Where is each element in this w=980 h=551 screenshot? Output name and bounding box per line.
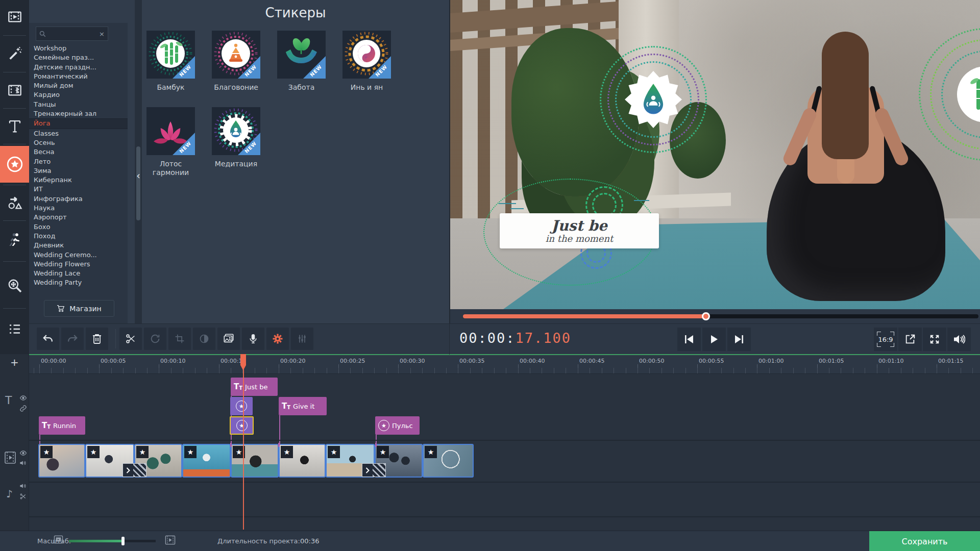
title-clip-puls[interactable]: ★ Пульс: [375, 416, 420, 435]
sidebar-item-transitions[interactable]: [0, 74, 29, 106]
zoom-in-frame-icon[interactable]: [165, 535, 176, 545]
play-button[interactable]: [702, 328, 726, 351]
video-track-visibility-icon[interactable]: [19, 450, 27, 456]
add-track-icon[interactable]: +: [10, 356, 19, 368]
sidebar-item-media[interactable]: [0, 1, 29, 33]
titles-track-visibility-icon[interactable]: [19, 395, 27, 401]
sticker-tile-lotus[interactable]: NEW: [146, 107, 195, 155]
category-item[interactable]: Лето: [29, 157, 128, 166]
category-item[interactable]: Аэропорт: [29, 213, 128, 222]
meditation-sticker-overlay[interactable]: [600, 46, 707, 153]
crop-button[interactable]: [168, 328, 191, 350]
seek-bar[interactable]: [463, 314, 978, 318]
category-item[interactable]: Дневник: [29, 241, 128, 250]
category-item[interactable]: Милый дом: [29, 81, 128, 90]
category-item[interactable]: Поход: [29, 232, 128, 241]
delete-button[interactable]: [86, 328, 108, 350]
sidebar-item-pan-zoom[interactable]: [0, 268, 29, 303]
sticker-clip[interactable]: ★: [230, 397, 253, 415]
category-item[interactable]: Весна: [29, 147, 128, 157]
category-item[interactable]: Зима: [29, 166, 128, 176]
volume-button[interactable]: [947, 328, 971, 351]
category-item[interactable]: Кардио: [29, 90, 128, 99]
category-item[interactable]: Wedding Ceremo...: [29, 251, 128, 260]
sticker-tile-care[interactable]: NEW: [277, 31, 326, 79]
sticker-clip-selected[interactable]: ★: [230, 416, 254, 435]
sidebar-item-titles[interactable]: [0, 110, 29, 142]
video-track-mute-icon[interactable]: [19, 460, 27, 466]
clip-star-badge: ★: [377, 446, 389, 458]
category-item[interactable]: Classes: [29, 129, 128, 138]
title-clip-just-be[interactable]: TT Just be: [231, 378, 278, 396]
ruler-label: 00:00:45: [579, 358, 604, 364]
category-scrollbar[interactable]: ‹: [135, 0, 142, 323]
previous-frame-button[interactable]: [677, 328, 701, 351]
category-item[interactable]: Бохо: [29, 222, 128, 232]
timeline-zoom-slider[interactable]: [69, 540, 156, 542]
split-button[interactable]: [119, 328, 142, 350]
category-item[interactable]: Wedding Flowers: [29, 260, 128, 269]
category-item[interactable]: Киберпанк: [29, 176, 128, 185]
settings-button[interactable]: [266, 328, 289, 350]
rotate-button[interactable]: [144, 328, 166, 350]
video-clip-yoga-meditation[interactable]: ★: [231, 444, 279, 478]
category-item[interactable]: Тренажерный зал: [29, 109, 128, 118]
sticker-tile-meditation[interactable]: NEW: [212, 107, 260, 155]
color-adjust-button[interactable]: [193, 328, 215, 350]
aspect-ratio-button[interactable]: 16:9: [874, 328, 897, 351]
undo-button[interactable]: [37, 328, 59, 350]
detach-player-button[interactable]: [898, 328, 922, 351]
time-ruler[interactable]: 00:00:00 00:00:05 00:00:10 00:00:15 00:0…: [29, 355, 980, 373]
transition-badge[interactable]: [122, 463, 146, 477]
zoom-slider-handle[interactable]: [121, 537, 125, 545]
sticker-tile-yin-yang[interactable]: NEW: [342, 31, 391, 79]
category-item[interactable]: Инфографика: [29, 194, 128, 204]
category-item[interactable]: Наука: [29, 204, 128, 213]
category-item[interactable]: Танцы: [29, 100, 128, 109]
sticker-tile-bamboo[interactable]: NEW: [146, 31, 195, 79]
track-mixer-button[interactable]: [291, 328, 313, 350]
title-clip-give-it[interactable]: TT Give it: [279, 397, 327, 415]
seek-handle[interactable]: [702, 312, 710, 320]
zoom-out-frame-icon[interactable]: [54, 535, 63, 544]
audio-track-mute-icon[interactable]: [19, 483, 27, 489]
category-item[interactable]: Детские праздн...: [29, 63, 128, 72]
clip-properties-button[interactable]: [217, 328, 240, 350]
sidebar-item-stickers[interactable]: [0, 146, 29, 183]
video-clip-pool-swim[interactable]: ★: [182, 444, 231, 478]
video-clip-hall-dance[interactable]: ★: [279, 444, 326, 478]
search-input[interactable]: [48, 30, 96, 38]
transition-badge[interactable]: [362, 463, 386, 477]
sticker-tile-incense[interactable]: NEW: [212, 31, 260, 79]
video-clip-sunset-stretch[interactable]: ★: [38, 444, 85, 478]
record-audio-button[interactable]: [242, 328, 264, 350]
category-item-selected[interactable]: Йога: [29, 118, 128, 129]
store-button[interactable]: Магазин: [44, 300, 114, 317]
collapse-panel-icon[interactable]: ‹: [135, 168, 142, 183]
category-item[interactable]: Романтический: [29, 72, 128, 81]
save-button[interactable]: Сохранить: [869, 531, 980, 551]
category-item[interactable]: Wedding Party: [29, 278, 128, 287]
next-frame-button[interactable]: [727, 328, 751, 351]
titles-track-link-icon[interactable]: [19, 405, 27, 412]
title-clip-runnin[interactable]: TT Runnin: [39, 416, 85, 435]
search-clear-icon[interactable]: ×: [99, 31, 105, 37]
sidebar-item-filters[interactable]: [0, 38, 29, 69]
playhead-line[interactable]: [243, 354, 244, 530]
category-item[interactable]: Семейные праз...: [29, 53, 128, 62]
bamboo-sticker-overlay[interactable]: [919, 28, 980, 161]
audio-track-split-icon[interactable]: [19, 493, 27, 500]
category-item[interactable]: Wedding Lace: [29, 269, 128, 278]
sidebar-item-more-tools[interactable]: [0, 313, 29, 345]
sidebar-item-callouts[interactable]: [0, 187, 29, 218]
redo-button[interactable]: [61, 328, 84, 350]
fullscreen-button[interactable]: [923, 328, 946, 351]
video-clip-basketball-court[interactable]: ★: [423, 444, 474, 478]
category-item[interactable]: Workshop: [29, 44, 128, 53]
category-item[interactable]: Осень: [29, 138, 128, 147]
category-item[interactable]: ИТ: [29, 185, 128, 194]
scrollbar-thumb[interactable]: [136, 146, 140, 220]
search-box[interactable]: ×: [36, 27, 108, 41]
caption-banner[interactable]: Just be in the moment: [500, 213, 659, 248]
sidebar-item-animation[interactable]: [0, 222, 29, 257]
